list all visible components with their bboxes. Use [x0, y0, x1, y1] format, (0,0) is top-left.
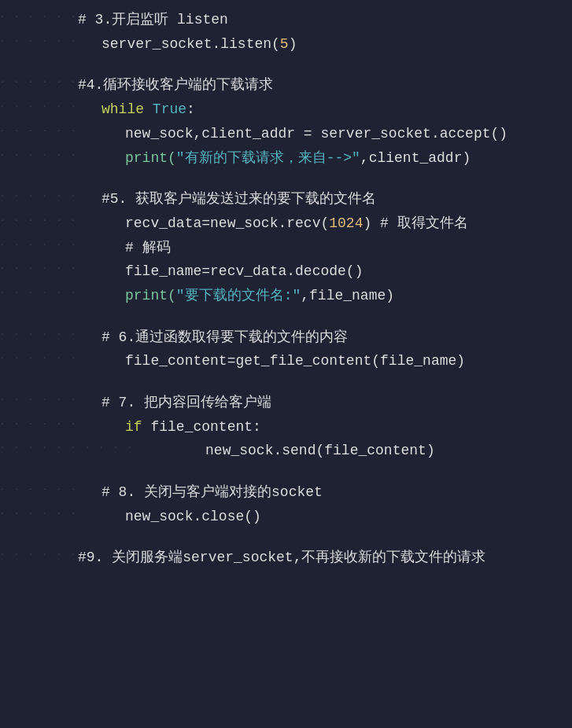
- line-dots: · · · · · ·: [0, 416, 78, 431]
- code-line: · · · · · ·recv_data=new_sock.recv(1024)…: [0, 211, 564, 236]
- line-dots: · · · · · ·: [0, 212, 78, 227]
- code-line: · · · · · ·if file_content:: [0, 415, 564, 439]
- code-token: "要下载的文件名:": [176, 288, 301, 303]
- line-dots: · · · · · ·: [0, 123, 78, 138]
- line-content: # 3.开启监听 listen: [78, 9, 564, 31]
- line-dots: · · · · · ·: [0, 237, 78, 252]
- code-line: · · · · · ·print("有新的下载请求，来自-->",client_…: [0, 146, 564, 171]
- code-token: while: [101, 101, 144, 117]
- code-line: · · · · · ·# 8. 关闭与客户端对接的socket: [0, 480, 564, 505]
- code-line: · · · · · ·file_content=get_file_content…: [0, 349, 564, 373]
- code-token: 通过函数取得要下载的文件的内容: [135, 329, 348, 345]
- code-token: True: [153, 101, 186, 117]
- code-token: [144, 101, 153, 117]
- blank-line: [0, 528, 564, 546]
- code-token: ,file_name): [301, 288, 394, 303]
- code-token: 开启监听 listen: [112, 12, 228, 28]
- code-token: file_content:: [142, 419, 261, 435]
- line-dots: · · · · · ·: [0, 392, 78, 406]
- blank-line: [0, 463, 564, 480]
- code-token: # 7. 把内容回传给客户端: [101, 395, 271, 410]
- line-dots: · · · · · · · · · ·: [0, 439, 135, 454]
- line-dots: · · · · · ·: [0, 481, 78, 496]
- line-content: server_socket.listen(5): [78, 33, 564, 56]
- line-content: new_sock,client_addr = server_socket.acc…: [78, 123, 564, 145]
- code-token: file_content=get_file_content(file_name): [125, 353, 465, 369]
- code-token: print(: [125, 288, 176, 303]
- code-token: server_socket.listen(: [101, 36, 280, 52]
- code-line: · · · · · ·# 解码: [0, 236, 564, 260]
- code-line: · · · · · ·file_name=recv_data.decode(): [0, 259, 564, 284]
- blank-line: [0, 373, 564, 391]
- line-dots: · · · · · ·: [0, 350, 78, 365]
- blank-line: [0, 57, 564, 74]
- code-line: · · · · · ·while True:: [0, 97, 564, 122]
- line-dots: · · · · · ·: [0, 285, 78, 300]
- blank-line: [0, 308, 564, 325]
- code-token: if: [125, 419, 142, 435]
- code-token: ): [289, 36, 297, 52]
- code-token: new_sock,client_addr = server_socket.acc…: [125, 126, 507, 142]
- line-content: # 8. 关闭与客户端对接的socket: [78, 481, 564, 504]
- code-line: · · · · · ·# 7. 把内容回传给客户端: [0, 391, 564, 415]
- code-token: :: [186, 101, 195, 117]
- code-token: #9. 关闭服务端: [78, 550, 183, 565]
- code-token: # 解码: [125, 240, 171, 256]
- line-content: # 7. 把内容回传给客户端: [78, 392, 564, 414]
- code-line: · · · · · ·server_socket.listen(5): [0, 32, 564, 57]
- line-dots: · · · · · ·: [0, 33, 78, 48]
- line-content: #4.循环接收客户端的下载请求: [78, 74, 564, 97]
- blank-line: [0, 170, 564, 187]
- line-dots: · · · · · ·: [0, 326, 78, 341]
- code-token: # 6.: [101, 329, 135, 345]
- line-content: new_sock.close(): [78, 506, 564, 528]
- line-content: # 解码: [78, 237, 564, 259]
- code-line: · · · · · ·new_sock,client_addr = server…: [0, 122, 564, 146]
- code-token: socket: [271, 484, 323, 500]
- code-token: "有新的下载请求，来自-->": [176, 150, 360, 166]
- line-dots: · · · · · ·: [0, 74, 78, 89]
- code-token: new_sock.send(file_content): [205, 443, 435, 458]
- code-line: · · · · · ·new_sock.close(): [0, 505, 564, 529]
- line-dots: · · · · · ·: [0, 188, 78, 203]
- line-content: # 6.通过函数取得要下载的文件的内容: [78, 326, 564, 349]
- code-token: 5: [280, 36, 289, 52]
- code-token: file_name=recv_data.decode(): [125, 263, 363, 279]
- line-content: file_content=get_file_content(file_name): [78, 350, 564, 373]
- line-dots: · · · · · ·: [0, 546, 78, 561]
- line-content: #5. 获取客户端发送过来的要下载的文件名: [78, 188, 564, 211]
- code-line: · · · · · ·#4.循环接收客户端的下载请求: [0, 73, 564, 97]
- line-dots: · · · · · ·: [0, 147, 78, 162]
- code-token: ) # 取得文件名: [363, 215, 467, 231]
- code-token: print(: [125, 150, 176, 166]
- line-content: file_name=recv_data.decode(): [78, 260, 564, 283]
- line-content: print("有新的下载请求，来自-->",client_addr): [78, 147, 564, 170]
- code-line: · · · · · ·print("要下载的文件名:",file_name): [0, 284, 564, 308]
- line-dots: · · · · · ·: [0, 506, 78, 520]
- code-token: new_sock.close(): [125, 509, 261, 524]
- line-content: print("要下载的文件名:",file_name): [78, 285, 564, 307]
- line-content: if file_content:: [78, 416, 564, 439]
- line-dots: · · · · · ·: [0, 98, 78, 113]
- code-token: 1024: [329, 215, 363, 231]
- code-editor: · · · · · ·# 3.开启监听 listen· · · · · ·ser…: [0, 8, 572, 570]
- code-line: · · · · · ·# 6.通过函数取得要下载的文件的内容: [0, 325, 564, 350]
- line-content: recv_data=new_sock.recv(1024) # 取得文件名: [78, 212, 564, 235]
- line-dots: · · · · · ·: [0, 260, 78, 275]
- code-token: #5. 获取客户端发送过来的要下载的文件名: [101, 191, 376, 207]
- line-content: while True:: [78, 98, 564, 121]
- line-content: #9. 关闭服务端server_socket,不再接收新的下载文件的请求: [78, 546, 564, 569]
- code-line: · · · · · ·#9. 关闭服务端server_socket,不再接收新的…: [0, 546, 564, 570]
- code-token: server_socket: [183, 550, 293, 565]
- code-line: · · · · · ·# 3.开启监听 listen: [0, 8, 564, 32]
- code-line: · · · · · ·#5. 获取客户端发送过来的要下载的文件名: [0, 187, 564, 211]
- line-content: new_sock.send(file_content): [135, 439, 564, 462]
- line-dots: · · · · · ·: [0, 9, 78, 24]
- code-token: recv_data=new_sock.recv(: [125, 215, 329, 231]
- code-token: 循环接收客户端的下载请求: [103, 77, 273, 93]
- code-token: #4.: [78, 77, 103, 93]
- code-token: ,不再接收新的下载文件的请求: [293, 550, 486, 565]
- code-token: ,client_addr): [360, 150, 471, 166]
- code-token: # 8. 关闭与客户端对接的: [101, 484, 271, 500]
- code-token: # 3.: [78, 12, 112, 28]
